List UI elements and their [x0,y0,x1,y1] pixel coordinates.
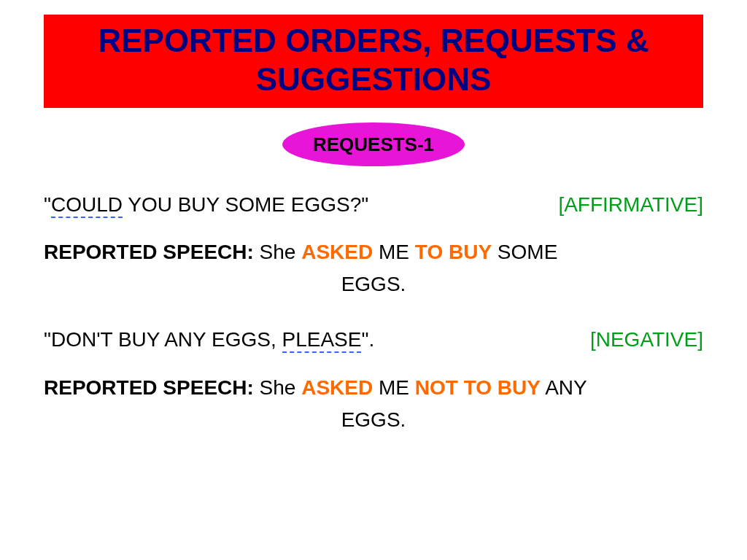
example1-dashed-word: COULD [51,193,123,218]
reported2-asked: ASKED [301,376,373,399]
reported1-tobuy: TO BUY [415,241,492,263]
reported2-block: REPORTED SPEECH: She ASKED ME NOT TO BUY… [44,374,703,434]
reported2-mid: ME [373,376,415,399]
reported1-line2: EGGS. [44,271,703,298]
slide: REPORTED ORDERS, REQUESTS & SUGGESTIONS … [0,0,747,560]
subtitle-wrap: REQUESTS-1 [29,122,718,166]
reported1-label: REPORTED SPEECH: [44,241,254,263]
reported2-label: REPORTED SPEECH: [44,376,254,399]
example2-quote: "DON'T BUY ANY EGGS, PLEASE". [44,326,374,354]
content: "COULD YOU BUY SOME EGGS?" [AFFIRMATIVE]… [29,191,718,434]
reported1-post1: SOME [492,241,557,263]
reported1-pre: She [254,241,301,263]
reported2-post1: ANY [541,376,587,399]
reported1-asked: ASKED [301,241,373,263]
example2-dashed-word: PLEASE [282,328,362,353]
reported1-block: REPORTED SPEECH: She ASKED ME TO BUY SOM… [44,238,703,298]
reported1-mid: ME [373,241,415,263]
example1-row: "COULD YOU BUY SOME EGGS?" [AFFIRMATIVE] [44,191,703,219]
example2-post: ". [361,328,374,351]
example1-rest: YOU BUY SOME EGGS?" [123,193,368,216]
reported1-line1: REPORTED SPEECH: She ASKED ME TO BUY SOM… [44,238,703,266]
reported2-line2: EGGS. [44,406,703,434]
example1-quote: "COULD YOU BUY SOME EGGS?" [44,191,368,219]
example2-tag: [NEGATIVE] [590,326,703,354]
example1-tag: [AFFIRMATIVE] [558,191,703,219]
example2-row: "DON'T BUY ANY EGGS, PLEASE". [NEGATIVE] [44,326,703,354]
reported2-pre: She [254,376,301,399]
subtitle-pill: REQUESTS-1 [282,122,465,166]
title-line-2: SUGGESTIONS [44,61,703,99]
reported2-nottobuy: NOT TO BUY [415,376,541,399]
quote-open: " [44,193,51,216]
example2-pre: "DON'T BUY ANY EGGS, [44,328,282,351]
title-line-1: REPORTED ORDERS, REQUESTS & [44,22,703,61]
title-banner: REPORTED ORDERS, REQUESTS & SUGGESTIONS [44,15,703,108]
reported2-line1: REPORTED SPEECH: She ASKED ME NOT TO BUY… [44,374,703,402]
